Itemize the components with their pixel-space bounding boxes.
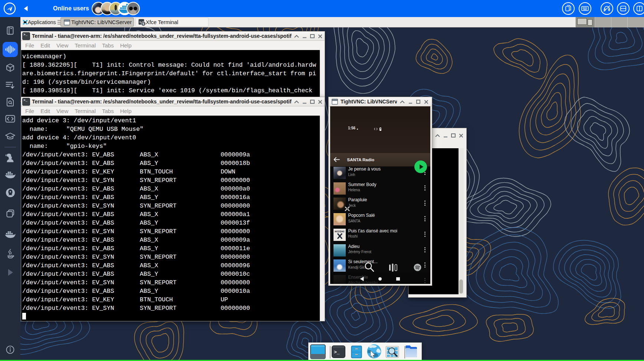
svg-text:>_: >_ <box>334 350 340 355</box>
svg-text:5: 5 <box>142 22 144 26</box>
